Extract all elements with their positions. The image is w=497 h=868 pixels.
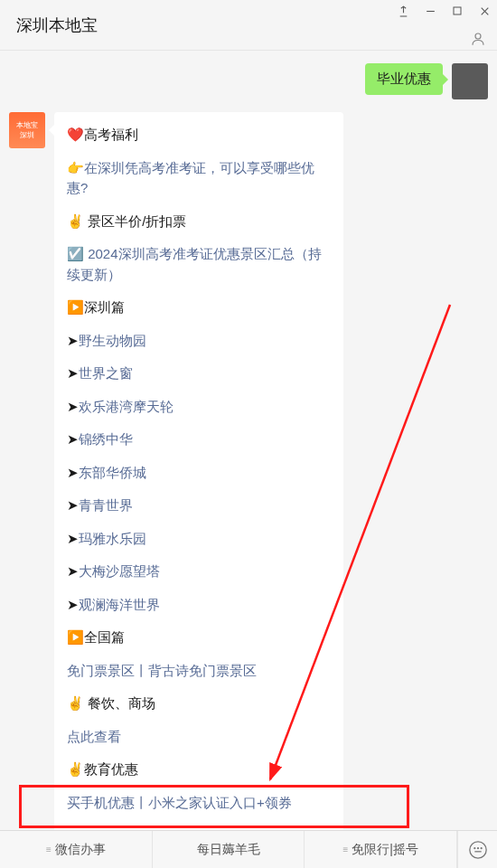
- row-text: 免门票景区丨背古诗免门票景区: [67, 663, 257, 678]
- row-icon: ➤: [67, 365, 79, 381]
- row-icon: ❤️: [67, 127, 84, 142]
- row-text: 欢乐港湾摩天轮: [79, 399, 173, 414]
- row-icon: ➤: [67, 531, 79, 546]
- row-text: 全国篇: [84, 629, 125, 645]
- row-text: 观澜海洋世界: [79, 597, 160, 612]
- tab-daily-deals[interactable]: 每日薅羊毛: [153, 831, 305, 868]
- article-row: ✌️ 景区半价/折扣票: [67, 212, 331, 232]
- row-icon: ➤: [67, 563, 79, 579]
- user-icon[interactable]: [470, 31, 486, 51]
- article-row[interactable]: ➤世界之窗: [67, 363, 331, 384]
- row-text: 景区半价/折扣票: [84, 213, 186, 229]
- sender-avatar[interactable]: 本地宝深圳: [9, 112, 45, 148]
- row-text: 玛雅水乐园: [79, 531, 146, 546]
- article-row: ✌️ 餐饮、商场: [67, 693, 331, 714]
- tab-traffic[interactable]: ≡ 免限行|摇号: [305, 831, 457, 868]
- row-text: 在深圳凭高考准考证，可以享受哪些优惠?: [67, 160, 314, 196]
- row-text: 点此查看: [67, 729, 121, 744]
- row-text: 大梅沙愿望塔: [79, 563, 160, 579]
- svg-point-7: [477, 847, 478, 848]
- row-icon: ➤: [67, 431, 79, 447]
- row-icon: ➤: [67, 597, 79, 612]
- row-text: 东部华侨城: [79, 465, 146, 480]
- article-row: ▶️深圳篇: [67, 297, 331, 318]
- pin-icon[interactable]: [396, 4, 410, 18]
- row-icon: 👉: [67, 160, 84, 175]
- tab-wechat-services[interactable]: ≡ 微信办事: [0, 831, 153, 868]
- article-row[interactable]: 点此查看: [67, 727, 331, 748]
- outgoing-bubble[interactable]: 毕业优惠: [365, 63, 443, 95]
- chat-area: 毕业优惠 本地宝深圳 ❤️高考福利👉在深圳凭高考准考证，可以享受哪些优惠?✌️ …: [0, 51, 497, 830]
- incoming-message: 本地宝深圳 ❤️高考福利👉在深圳凭高考准考证，可以享受哪些优惠?✌️ 景区半价/…: [9, 112, 488, 830]
- window-controls: [396, 4, 492, 18]
- svg-point-4: [475, 33, 481, 39]
- svg-point-6: [474, 847, 474, 848]
- article-row[interactable]: 买手机优惠丨小米之家认证入口+领券: [67, 793, 331, 814]
- article-row[interactable]: ➤欢乐港湾摩天轮: [67, 397, 331, 418]
- row-icon: ➤: [67, 465, 79, 480]
- article-row: ✌️教育优惠: [67, 760, 331, 780]
- row-icon: ✌️: [67, 213, 84, 229]
- tab-label: 微信办事: [55, 842, 106, 858]
- row-icon: ▶️: [67, 629, 84, 645]
- article-row[interactable]: 👉在深圳凭高考准考证，可以享受哪些优惠?: [67, 158, 331, 199]
- svg-point-5: [469, 841, 485, 857]
- article-row[interactable]: 免门票景区丨背古诗免门票景区: [67, 661, 331, 682]
- svg-point-8: [481, 847, 482, 848]
- row-text: 教育优惠: [84, 761, 138, 777]
- row-text: 餐饮、商场: [84, 695, 155, 711]
- article-row[interactable]: ➤玛雅水乐园: [67, 529, 331, 550]
- menu-icon: ≡: [46, 844, 52, 854]
- menu-icon: ≡: [342, 844, 348, 854]
- close-icon[interactable]: [477, 4, 492, 18]
- article-row[interactable]: ☑️ 2024深圳高考准考证优惠景区汇总（持续更新）: [67, 244, 331, 285]
- row-icon: ✌️: [67, 695, 84, 711]
- maximize-icon[interactable]: [450, 4, 464, 18]
- article-card[interactable]: ❤️高考福利👉在深圳凭高考准考证，可以享受哪些优惠?✌️ 景区半价/折扣票☑️ …: [54, 112, 343, 830]
- row-icon: ✌️: [67, 761, 84, 777]
- article-row[interactable]: ➤大梅沙愿望塔: [67, 561, 331, 582]
- bottom-menu: ≡ 微信办事 每日薅羊毛 ≡ 免限行|摇号: [0, 830, 497, 868]
- outgoing-message: 毕业优惠: [9, 63, 488, 99]
- article-row[interactable]: ➤锦绣中华: [67, 429, 331, 450]
- article-row[interactable]: ➤野生动物园: [67, 331, 331, 352]
- row-icon: ➤: [67, 399, 79, 414]
- article-row[interactable]: ➤观澜海洋世界: [67, 595, 331, 616]
- row-text: 世界之窗: [79, 365, 133, 381]
- row-text: 青青世界: [79, 497, 133, 513]
- article-row[interactable]: ➤东部华侨城: [67, 463, 331, 484]
- avatar[interactable]: [452, 63, 488, 99]
- row-text: 深圳篇: [84, 299, 125, 315]
- row-text: 高考福利: [84, 127, 138, 142]
- titlebar: 深圳本地宝: [0, 0, 497, 51]
- tab-label: 免限行|摇号: [352, 842, 418, 858]
- svg-rect-1: [454, 7, 461, 14]
- row-icon: ▶️: [67, 299, 84, 315]
- outgoing-text: 毕业优惠: [377, 71, 431, 86]
- keyboard-toggle-icon[interactable]: [457, 831, 497, 868]
- row-icon: ☑️: [67, 246, 84, 261]
- row-text: 野生动物园: [79, 333, 146, 348]
- row-text: 2024深圳高考准考证优惠景区汇总（持续更新）: [67, 246, 322, 282]
- minimize-icon[interactable]: [423, 4, 437, 18]
- tab-label: 每日薅羊毛: [197, 842, 260, 858]
- row-icon: ➤: [67, 333, 79, 348]
- row-text: 锦绣中华: [79, 431, 133, 447]
- row-text: 买手机优惠丨小米之家认证入口+领券: [67, 795, 292, 810]
- article-row[interactable]: ➤青青世界: [67, 495, 331, 516]
- article-row: ❤️高考福利: [67, 125, 331, 146]
- row-icon: ➤: [67, 497, 79, 513]
- article-row: ▶️全国篇: [67, 627, 331, 648]
- window-title: 深圳本地宝: [16, 14, 98, 36]
